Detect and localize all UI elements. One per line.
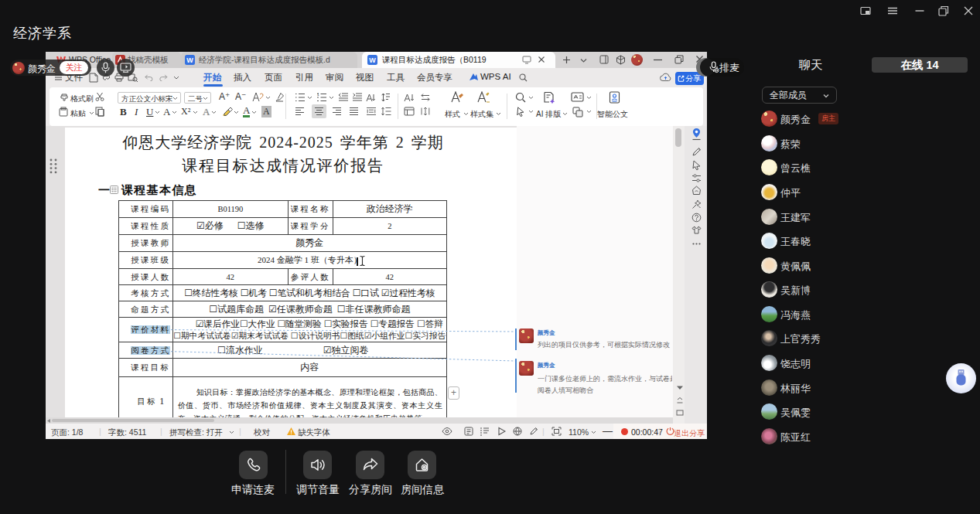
- svg-text:W: W: [369, 56, 376, 64]
- svg-text:W: W: [186, 56, 193, 64]
- svg-text:1: 1: [317, 93, 319, 97]
